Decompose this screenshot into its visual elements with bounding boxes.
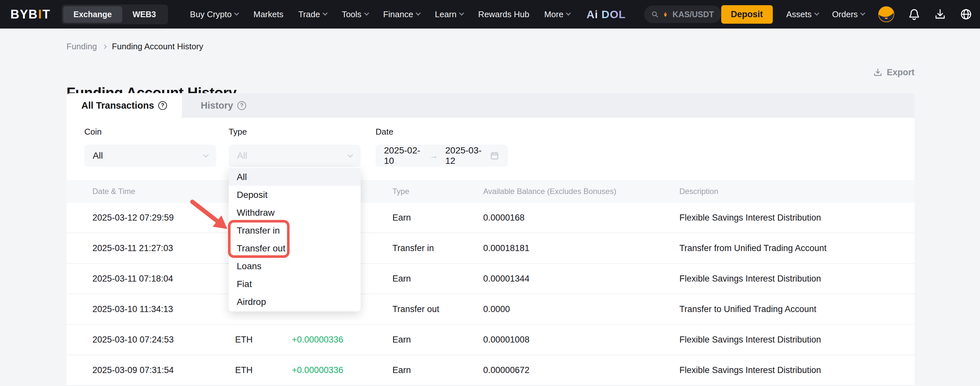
chevron-down-icon (416, 10, 421, 16)
bybit-logo[interactable]: BYBIT (10, 8, 51, 21)
search-icon (651, 10, 659, 19)
date-filter: Date 2025-02-10 → 2025-03-12 (375, 127, 508, 167)
date-filter-label: Date (375, 127, 508, 137)
nav-link[interactable]: Assets (786, 10, 818, 19)
nav-link-label: Assets (786, 10, 812, 19)
cell-description: Flexible Savings Interest Distribution (679, 213, 821, 223)
nav-link[interactable]: Trade (298, 10, 327, 19)
type-filter-label: Type (229, 127, 361, 137)
chevron-down-icon (348, 152, 353, 158)
chevron-down-icon (323, 10, 328, 16)
breadcrumb-current: Funding Account History (112, 41, 203, 51)
search-input[interactable]: KAS/USDT (644, 5, 721, 23)
nav-link[interactable]: More (544, 10, 570, 19)
type-dropdown-option[interactable]: Airdrop (229, 293, 361, 311)
cell-type: Earn (392, 335, 411, 345)
type-dropdown-option[interactable]: Loans (229, 257, 361, 275)
search-value: KAS/USDT (673, 10, 714, 19)
aidol-logo[interactable]: Ai DOL (586, 8, 625, 21)
cell-coin: ETH (235, 365, 253, 375)
fire-icon (662, 10, 669, 19)
logo-text-2: T (43, 8, 51, 21)
nav-link-label: Learn (435, 10, 457, 19)
cell-type: Transfer in (392, 243, 434, 253)
cell-coin: ETH (235, 335, 253, 345)
type-select-value: All (237, 150, 247, 161)
nav-link[interactable]: Buy Crypto (190, 10, 239, 19)
coin-select[interactable]: All (84, 145, 216, 167)
breadcrumb-funding[interactable]: Funding (67, 41, 97, 51)
table-row[interactable]: 2025-03-11 21:27:03 Transfer in 0.000181… (67, 233, 915, 264)
type-dropdown-option[interactable]: All (229, 168, 361, 186)
type-dropdown-option[interactable]: Transfer in (229, 222, 361, 239)
nav-link[interactable]: Markets (253, 10, 283, 19)
table-row[interactable]: 2025-03-10 11:34:13 Transfer out 0.0000 … (67, 294, 915, 325)
type-dropdown-option[interactable]: Fiat (229, 275, 361, 293)
nav-right: Deposit Assets Orders (721, 5, 972, 24)
chevron-down-icon (203, 152, 209, 158)
cell-balance: 0.00001344 (483, 274, 530, 284)
cell-datetime: 2025-03-11 07:18:04 (92, 274, 173, 284)
type-dropdown-option[interactable]: Deposit (229, 186, 361, 204)
coin-filter-label: Coin (84, 127, 216, 137)
table-row[interactable]: 2025-03-09 07:31:54 ETH +0.00000336 Earn… (67, 355, 915, 386)
chevron-down-icon (234, 10, 239, 16)
tab-all-transactions-label: All Transactions (81, 100, 154, 111)
nav-link[interactable]: Rewards Hub (478, 10, 530, 19)
nav-link-label: Trade (298, 10, 320, 19)
nav-links: Buy Crypto Markets Trade Tools Finance L… (190, 10, 570, 19)
tab-strip: All Transactions ? History ? (67, 93, 915, 118)
type-dropdown-menu: AllDepositWithdrawTransfer inTransfer ou… (229, 167, 361, 311)
nav-link-label: Markets (253, 10, 283, 19)
cell-balance: 0.00001008 (483, 335, 530, 345)
logo-accent: I (38, 8, 42, 21)
cell-amount: +0.00000336 (292, 335, 343, 345)
chevron-down-icon (459, 10, 464, 16)
nav-link[interactable]: Learn (435, 10, 463, 19)
cell-type: Earn (392, 213, 411, 223)
help-icon[interactable]: ? (158, 101, 167, 110)
breadcrumb: Funding Funding Account History (67, 41, 203, 51)
avatar[interactable] (878, 6, 894, 22)
header-datetime: Date & Time (92, 187, 135, 196)
nav-link[interactable]: Finance (383, 10, 420, 19)
tab-history-label: History (201, 100, 233, 111)
language-globe-icon[interactable] (960, 8, 972, 21)
cell-balance: 0.00018181 (483, 243, 530, 253)
cell-description: Transfer to Unified Trading Account (679, 304, 816, 314)
download-app-icon[interactable] (934, 8, 946, 21)
notifications-bell-icon[interactable] (908, 8, 920, 21)
filter-bar: Coin All Type All Date 2025-02-10 → 2025… (67, 118, 915, 180)
type-select[interactable]: All (229, 145, 361, 167)
type-dropdown-option[interactable]: Transfer out (229, 239, 361, 257)
nav-link-label: Rewards Hub (478, 10, 530, 19)
calendar-icon (490, 151, 500, 161)
tab-history[interactable]: History ? (182, 93, 261, 118)
deposit-button[interactable]: Deposit (721, 5, 773, 24)
header-balance: Available Balance (Excludes Bonuses) (483, 187, 616, 196)
nav-link-label: Orders (832, 10, 858, 19)
export-label: Export (887, 67, 915, 78)
table-row[interactable]: 2025-03-12 07:29:59 Earn 0.0000168 Flexi… (67, 203, 915, 233)
export-button[interactable]: Export (873, 67, 915, 78)
chevron-down-icon (364, 10, 369, 16)
table-row[interactable]: 2025-03-10 07:24:53 ETH +0.00000336 Earn… (67, 325, 915, 355)
coin-filter: Coin All (84, 127, 216, 167)
tab-all-transactions[interactable]: All Transactions ? (67, 93, 182, 118)
nav-link[interactable]: Tools (342, 10, 368, 19)
date-range-arrow-icon: → (430, 151, 438, 161)
cell-description: Flexible Savings Interest Distribution (679, 365, 821, 375)
nav-link-label: Buy Crypto (190, 10, 232, 19)
help-icon[interactable]: ? (237, 101, 246, 110)
type-dropdown-option[interactable]: Withdraw (229, 204, 361, 222)
cell-type: Earn (392, 274, 411, 284)
nav-toggle-segment[interactable]: WEB3 (122, 6, 166, 23)
table-row[interactable]: 2025-03-11 07:18:04 Earn 0.00001344 Flex… (67, 264, 915, 294)
date-range-picker[interactable]: 2025-02-10 → 2025-03-12 (375, 145, 508, 167)
nav-link[interactable]: Orders (832, 10, 865, 19)
cell-type: Earn (392, 365, 411, 375)
export-download-icon (873, 68, 883, 78)
cell-datetime: 2025-03-09 07:31:54 (92, 365, 174, 375)
header-type: Type (392, 187, 409, 196)
nav-toggle-segment[interactable]: Exchange (63, 6, 122, 23)
